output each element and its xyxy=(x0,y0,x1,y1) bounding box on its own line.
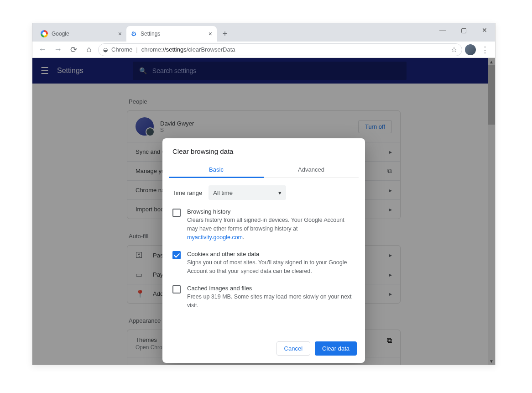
gear-icon: ⚙ xyxy=(131,30,137,37)
chevron-right-icon: ▸ xyxy=(389,272,392,278)
chevron-right-icon: ▸ xyxy=(389,149,392,155)
tab-close-icon[interactable]: × xyxy=(209,30,212,37)
chrome-menu-button[interactable]: ⋮ xyxy=(479,45,491,55)
tab-title: Settings xyxy=(141,31,160,37)
bookmark-star-icon[interactable]: ☆ xyxy=(451,45,457,54)
external-link-icon: ⧉ xyxy=(387,336,392,351)
chevron-right-icon: ▸ xyxy=(389,187,392,194)
external-link-icon: ⧉ xyxy=(387,167,392,175)
tab-basic[interactable]: Basic xyxy=(169,162,264,178)
dialog-actions: Cancel Clear data xyxy=(162,314,365,356)
forward-button[interactable]: → xyxy=(52,43,64,56)
time-range-select[interactable]: All time ▾ xyxy=(209,185,286,200)
tab-strip: Google × ⚙ Settings × + xyxy=(32,23,495,42)
window-minimize-button[interactable]: — xyxy=(432,23,453,37)
address-bar[interactable]: ◒ Chrome | chrome://settings/clearBrowse… xyxy=(98,43,462,56)
window-controls: — ▢ ✕ xyxy=(432,23,495,37)
tab-title: Google xyxy=(52,31,69,37)
settings-header: ☰ Settings 🔍 Search settings xyxy=(32,58,495,84)
dialog-tabs: Basic Advanced xyxy=(169,162,359,178)
home-button[interactable]: ⌂ xyxy=(83,43,95,56)
option-browsing-history[interactable]: Browsing history Clears history from all… xyxy=(162,204,365,246)
chrome-window: — ▢ ✕ Google × ⚙ Settings × + ← → ⟳ ⌂ ◒ … xyxy=(32,23,495,365)
chevron-right-icon: ▸ xyxy=(389,206,392,213)
site-info-icon[interactable]: ◒ xyxy=(103,47,108,53)
search-settings-input[interactable]: 🔍 Search settings xyxy=(133,62,407,80)
time-range-row: Time range All time ▾ xyxy=(162,178,365,204)
search-icon: 🔍 xyxy=(139,67,147,74)
toolbar: ← → ⟳ ⌂ ◒ Chrome | chrome://settings/cle… xyxy=(32,42,495,58)
new-tab-button[interactable]: + xyxy=(219,27,231,40)
clear-browsing-data-dialog: Clear browsing data Basic Advanced Time … xyxy=(162,138,365,363)
profile-row[interactable]: David Gwyer S Turn off xyxy=(127,111,400,142)
url-text: chrome://settings/clearBrowserData xyxy=(141,46,235,53)
scroll-thumb[interactable] xyxy=(488,65,495,125)
page-title: Settings xyxy=(57,67,83,75)
location-icon: 📍 xyxy=(136,289,146,298)
window-close-button[interactable]: ✕ xyxy=(474,23,495,37)
time-range-label: Time range xyxy=(172,189,202,196)
checkbox-browsing-history[interactable] xyxy=(172,209,181,217)
tab-settings[interactable]: ⚙ Settings × xyxy=(126,26,217,42)
back-button[interactable]: ← xyxy=(36,43,49,56)
cancel-button[interactable]: Cancel xyxy=(276,341,310,356)
window-maximize-button[interactable]: ▢ xyxy=(453,23,474,37)
key-icon: ⚿ xyxy=(136,251,146,259)
tab-advanced[interactable]: Advanced xyxy=(264,162,359,178)
option-cache[interactable]: Cached images and files Frees up 319 MB.… xyxy=(162,280,365,314)
card-icon: ▭ xyxy=(136,270,146,279)
turn-off-button[interactable]: Turn off xyxy=(358,120,392,133)
chevron-right-icon: ▸ xyxy=(389,291,392,297)
chevron-right-icon: ▸ xyxy=(389,252,392,258)
checkbox-cookies[interactable] xyxy=(172,251,181,259)
profile-name: David Gwyer xyxy=(160,120,194,127)
clear-data-button[interactable]: Clear data xyxy=(315,341,357,356)
tab-google[interactable]: Google × xyxy=(36,26,126,42)
scroll-down-icon[interactable]: ▼ xyxy=(488,357,495,365)
scroll-up-icon[interactable]: ▲ xyxy=(488,58,495,65)
reload-button[interactable]: ⟳ xyxy=(67,43,80,56)
section-people-heading: People xyxy=(129,98,399,105)
option-cookies[interactable]: Cookies and other site data Signs you ou… xyxy=(162,246,365,280)
option-desc: Clears history from all signed-in device… xyxy=(187,216,355,241)
google-favicon-icon xyxy=(41,30,48,37)
url-chip: Chrome xyxy=(111,46,132,53)
tab-close-icon[interactable]: × xyxy=(118,30,122,37)
avatar xyxy=(136,117,154,136)
search-placeholder: Search settings xyxy=(152,67,197,74)
myactivity-link[interactable]: myactivity.google.com xyxy=(187,234,243,241)
dialog-title: Clear browsing data xyxy=(162,138,365,162)
chevron-down-icon: ▾ xyxy=(278,189,282,196)
profile-avatar-button[interactable] xyxy=(465,44,476,55)
menu-icon[interactable]: ☰ xyxy=(41,65,49,76)
checkbox-cache[interactable] xyxy=(172,285,181,293)
scrollbar[interactable]: ▲ ▼ xyxy=(488,58,495,365)
